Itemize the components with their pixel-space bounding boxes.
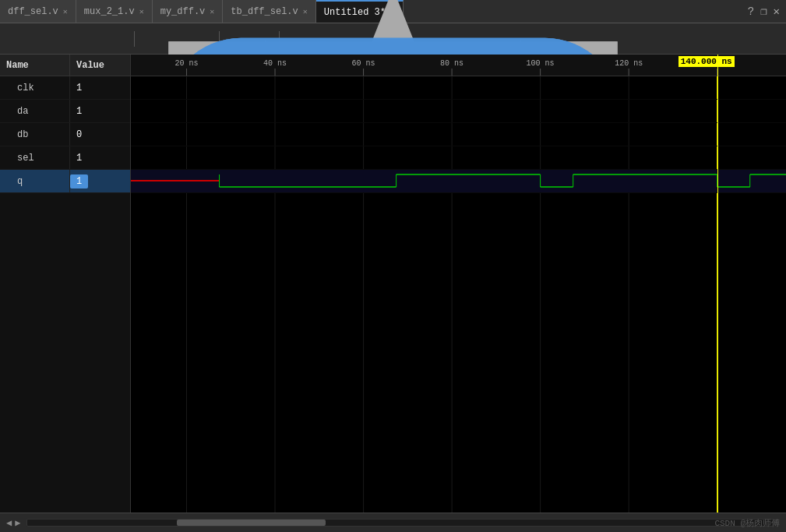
clk-waveform: [131, 76, 786, 99]
status-bar: ◀ ▶ CSDN @杨肉师傅: [0, 513, 786, 532]
svg-text:100 ns: 100 ns: [527, 59, 555, 68]
svg-text:120 ns: 120 ns: [615, 59, 643, 68]
waveform-row-da: [131, 100, 786, 123]
waveform-row-clk: [131, 76, 786, 100]
svg-text:40 ns: 40 ns: [263, 59, 287, 68]
time-label: 140.000 ns: [678, 56, 735, 67]
waveform-row-q: [131, 170, 786, 193]
horizontal-scrollbar[interactable]: [26, 519, 774, 527]
signal-icon-q: U: [3, 176, 14, 187]
signal-row-q[interactable]: U q 1: [0, 170, 130, 193]
svg-text:80 ns: 80 ns: [440, 59, 463, 68]
db-waveform: [131, 123, 786, 146]
waveform-area[interactable]: 20 ns 40 ns 60 ns 80 ns 100 ns 120 ns 14…: [131, 55, 786, 513]
waveform-row-sel: [131, 146, 786, 170]
scroll-right-button[interactable]: ▶: [15, 517, 20, 529]
scroll-left-button[interactable]: ◀: [6, 517, 12, 529]
waveform-rows: [131, 76, 786, 513]
time-cursor: [717, 55, 718, 513]
watermark-label: CSDN @杨肉师傅: [714, 517, 780, 529]
scrollbar-thumb[interactable]: [177, 520, 326, 526]
main-area: Name Value U clk 1 U da 1: [0, 55, 786, 513]
da-waveform: [131, 100, 786, 122]
waveform-row-db: [131, 123, 786, 146]
signal-name-q: U q: [0, 170, 70, 192]
q-waveform: [131, 170, 786, 192]
svg-text:60 ns: 60 ns: [352, 59, 375, 68]
waveform-canvas: 20 ns 40 ns 60 ns 80 ns 100 ns 120 ns 14…: [131, 55, 786, 513]
signal-panel: Name Value U clk 1 U da 1: [0, 55, 131, 513]
svg-text:20 ns: 20 ns: [174, 59, 198, 68]
sel-waveform: [131, 146, 786, 169]
